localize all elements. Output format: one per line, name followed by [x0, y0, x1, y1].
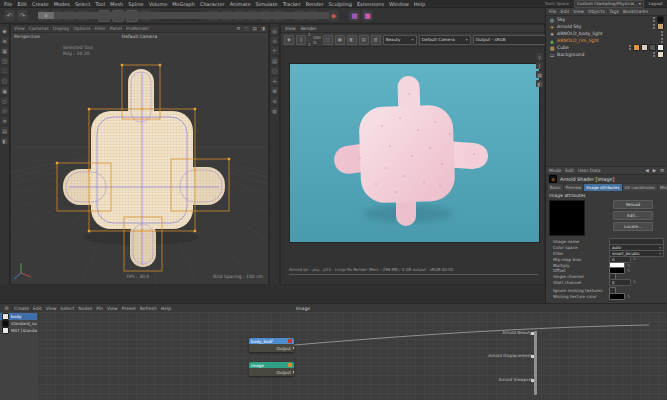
object-row-sky[interactable]: ◍ Sky	[546, 16, 667, 23]
ne-menu-refresh[interactable]: Refresh	[140, 306, 157, 311]
xpresso-icon[interactable]: ■	[349, 10, 360, 21]
tab-misc[interactable]: Misc	[658, 184, 667, 191]
ne-menu-edit[interactable]: Edit	[33, 306, 42, 311]
object-row-rim-light[interactable]: ▲ ARNOLD_rim_light	[546, 37, 667, 44]
camera-dropdown[interactable]: Default Camera ▾	[419, 35, 471, 45]
display-aov-dropdown[interactable]: Beauty ▾	[383, 35, 417, 45]
ne-menu-create[interactable]: Create	[14, 306, 29, 311]
tab-preview[interactable]: Preview	[564, 184, 584, 191]
undo-icon[interactable]: ↶	[4, 10, 15, 21]
menu-create[interactable]: Create	[32, 1, 49, 7]
gamma-toggle-icon[interactable]: γ	[536, 53, 543, 60]
locate-button[interactable]: Locate...	[613, 222, 653, 231]
tweak-mode-icon[interactable]: ▤	[1, 127, 8, 134]
grid-strip-icon[interactable]: ⊞	[271, 87, 278, 94]
input-port[interactable]	[531, 332, 534, 335]
menu-tracker[interactable]: Tracker	[283, 1, 301, 7]
crop-icon[interactable]: ▣	[335, 35, 345, 45]
menu-extensions[interactable]: Extensions	[357, 1, 384, 7]
menu-edit[interactable]: Edit	[17, 1, 27, 7]
vp-toggle-icon[interactable]: ◨	[261, 26, 265, 31]
ne-menu-preset[interactable]: Preset	[122, 306, 136, 311]
render-image[interactable]	[289, 63, 540, 243]
aov-toggle-icon[interactable]: ▦	[536, 71, 543, 78]
missing-texture-color-swatch[interactable]	[609, 293, 625, 300]
texture-preview[interactable]	[549, 200, 585, 236]
snap-icon[interactable]: ≡	[1, 117, 8, 124]
material-row-mat[interactable]: MAT [standard/PBR]	[0, 327, 37, 334]
om-menu-objects[interactable]: Objects	[588, 9, 605, 14]
input-port[interactable]	[531, 379, 534, 382]
frame-strip-icon[interactable]: ▢	[271, 67, 278, 74]
wave-strip-icon[interactable]: ≋	[271, 97, 278, 104]
vp-menu-cameras[interactable]: Cameras	[29, 26, 49, 31]
sky-tag-icon[interactable]	[657, 23, 664, 30]
node-editor-dock-icon[interactable]: ⊞	[3, 305, 10, 312]
model-mode-icon[interactable]: ⊕	[1, 37, 8, 44]
vp-menu-options[interactable]: Options	[73, 26, 90, 31]
workplane-icon[interactable]: ◳	[1, 57, 8, 64]
ne-menu-view[interactable]: View	[46, 306, 57, 311]
texture-mode-icon[interactable]: ▦	[1, 47, 8, 54]
am-edit-menu[interactable]: Edit	[565, 168, 574, 173]
object-manager-empty-area[interactable]	[546, 58, 667, 166]
material-row-standard-surface[interactable]: standard_surface	[0, 320, 37, 327]
viewport-solo-icon[interactable]: ◇	[1, 107, 8, 114]
snapshot-icon[interactable]: ◉	[284, 35, 294, 45]
frame-slider-handle[interactable]: 0	[38, 12, 54, 19]
layers-strip-icon[interactable]: ▤	[271, 57, 278, 64]
vp-menu-display[interactable]: Display	[53, 26, 70, 31]
attr-back-icon[interactable]: ◀	[645, 168, 648, 173]
om-menu-bookmarks[interactable]: Bookmarks	[623, 9, 648, 14]
vp-layout-icon[interactable]: ▤	[252, 26, 256, 31]
camera-strip-icon[interactable]: ◎	[271, 27, 278, 34]
object-row-arnold-sky[interactable]: ☀ Arnold Sky	[546, 23, 667, 30]
menu-render[interactable]: Render	[306, 1, 324, 7]
rv-menu-render[interactable]: Render	[301, 26, 317, 31]
om-menu-file[interactable]: File	[549, 9, 557, 14]
redo-icon[interactable]: ↷	[17, 10, 28, 21]
locked-workplane-icon[interactable]: ◧	[1, 137, 8, 144]
stepper-icon[interactable]: ⇅	[633, 280, 636, 284]
menu-character[interactable]: Character	[200, 1, 225, 7]
reload-button[interactable]: Reload	[613, 200, 653, 209]
menu-window[interactable]: Window	[389, 1, 409, 7]
make-editable-icon[interactable]: ◆	[1, 27, 8, 34]
shade-strip-icon[interactable]: ◍	[271, 107, 278, 114]
om-menu-edit[interactable]: Edit	[561, 9, 570, 14]
menu-simulate[interactable]: Simulate	[256, 1, 278, 7]
menu-animate[interactable]: Animate	[230, 1, 251, 7]
perspective-viewport[interactable]: View Cameras Display Options Filter Pane…	[10, 24, 269, 285]
uvw-tag-icon[interactable]	[649, 44, 656, 51]
node-image[interactable]: image Output	[249, 362, 294, 376]
ne-menu-view2[interactable]: View	[107, 306, 118, 311]
tab-basic[interactable]: Basic	[548, 184, 563, 191]
menu-modes[interactable]: Modes	[54, 1, 70, 7]
ab-compare-icon[interactable]: ◧	[347, 35, 357, 45]
edit-button[interactable]: Edit...	[613, 211, 653, 220]
ne-menu-select[interactable]: Select	[60, 306, 74, 311]
material-tag-icon[interactable]	[657, 16, 664, 23]
enable-axis-icon[interactable]: ◻	[1, 97, 8, 104]
tab-image-attributes[interactable]: Image attributes	[584, 184, 621, 191]
target-strip-icon[interactable]: ⌖	[271, 47, 278, 54]
lock-strip-icon[interactable]: ⊙	[271, 37, 278, 44]
polygons-mode-icon[interactable]: ▣	[1, 87, 8, 94]
vp-menu-filter[interactable]: Filter	[95, 26, 106, 31]
om-menu-view[interactable]: View	[573, 9, 584, 14]
arnold-tag-icon[interactable]	[633, 44, 640, 51]
vp-maximize-icon[interactable]: ⊞	[236, 26, 240, 31]
menu-file[interactable]: File	[4, 1, 12, 7]
menu-volume[interactable]: Volume	[149, 1, 168, 7]
am-userdata-menu[interactable]: User Data	[578, 168, 600, 173]
vp-menu-prorender[interactable]: ProRender	[126, 26, 149, 31]
viewport-canvas[interactable]: Selected Tool Poly : 20 20 FPS : 30.0 Gr…	[11, 39, 268, 284]
rv-menu-view[interactable]: View	[285, 26, 296, 31]
layout-label[interactable]: Layout	[649, 1, 663, 6]
points-mode-icon[interactable]: ∴	[1, 67, 8, 74]
vp-menu-view[interactable]: View	[14, 26, 25, 31]
ne-menu-pin[interactable]: Pin	[96, 306, 103, 311]
menu-sculpting[interactable]: Sculpting	[329, 1, 352, 7]
menu-mograph[interactable]: MoGraph	[172, 1, 195, 7]
pause-render-icon[interactable]: ‖	[296, 35, 306, 45]
